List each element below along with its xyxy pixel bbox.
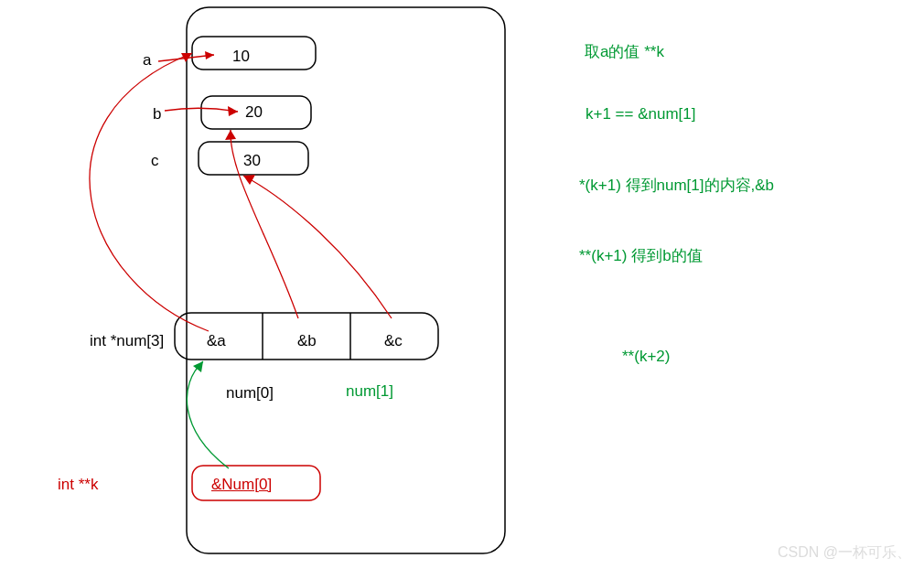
note-5: **(k+2) [622,348,670,366]
diagram-canvas [0,0,924,569]
arrow-k [187,361,229,468]
value-b: 20 [245,103,263,122]
note-1: 取a的值 **k [585,41,664,62]
value-c: 30 [243,152,261,170]
label-num-decl: int *num[3] [90,332,164,350]
note-4: **(k+1) 得到b的值 [579,245,703,266]
watermark: CSDN @一杯可乐、 [778,543,911,563]
value-a: 10 [232,48,250,66]
memory-box [187,7,505,553]
label-b: b [153,105,161,123]
cell-amp-c: &c [384,332,403,350]
cell-k: &Num[0] [211,476,272,494]
cell-amp-a: &a [207,332,226,350]
note-2: k+1 == &num[1] [586,105,696,123]
arrow-amp-c [243,176,392,318]
note-3: *(k+1) 得到num[1]的内容,&b [579,175,774,196]
arrow-amp-a [90,53,209,331]
label-c: c [151,152,159,170]
arrow-amp-b [231,130,298,318]
cell-amp-b: &b [297,332,317,350]
label-k-decl: int **k [58,476,98,494]
label-num1: num[1] [346,382,393,401]
label-a: a [143,51,151,70]
label-num0: num[0] [226,384,274,403]
box-a [192,37,316,70]
